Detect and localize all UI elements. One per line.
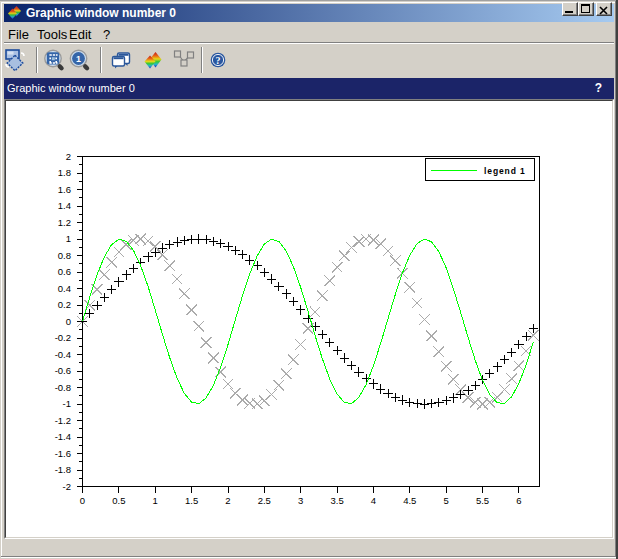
svg-text:2.5: 2.5 [258,495,271,506]
svg-text:6: 6 [516,495,521,506]
svg-text:1.5: 1.5 [185,495,198,506]
svg-text:0.2: 0.2 [58,299,71,310]
svg-text:-0.8: -0.8 [55,382,71,393]
svg-text:-2: -2 [63,481,71,492]
svg-text:5: 5 [444,495,449,506]
svg-text:4.5: 4.5 [403,495,416,506]
svg-text:1.8: 1.8 [58,167,71,178]
svg-text:1: 1 [66,233,71,244]
svg-text:legend 1: legend 1 [484,166,526,176]
svg-text:5.5: 5.5 [476,495,489,506]
svg-text:2: 2 [225,495,230,506]
svg-text:1.6: 1.6 [58,184,71,195]
svg-text:0.5: 0.5 [112,495,125,506]
svg-text:-0.6: -0.6 [55,365,71,376]
svg-text:2: 2 [66,151,71,162]
svg-text:1: 1 [153,495,158,506]
svg-text:-1.8: -1.8 [55,464,71,475]
svg-text:1.2: 1.2 [58,217,71,228]
svg-text:0.6: 0.6 [58,266,71,277]
svg-text:-1.4: -1.4 [55,431,71,442]
svg-text:-1.2: -1.2 [55,415,71,426]
svg-text:-0.2: -0.2 [55,332,71,343]
svg-text:-1.6: -1.6 [55,448,71,459]
svg-text:-0.4: -0.4 [55,349,71,360]
svg-text:0.4: 0.4 [58,283,71,294]
svg-text:3.5: 3.5 [330,495,343,506]
svg-text:0: 0 [66,316,71,327]
svg-text:0.8: 0.8 [58,250,71,261]
svg-text:3: 3 [298,495,303,506]
svg-text:-1: -1 [63,398,71,409]
svg-text:0: 0 [80,495,85,506]
svg-text:4: 4 [371,495,376,506]
svg-text:1.4: 1.4 [58,200,71,211]
